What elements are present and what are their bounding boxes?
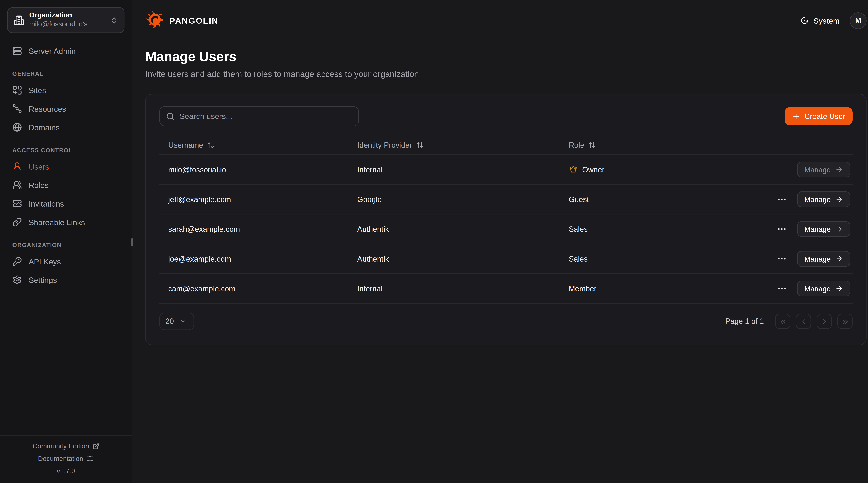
sidebar-item-label: Resources bbox=[29, 104, 66, 113]
users-table: UsernameIdentity ProviderRole milo@fosso… bbox=[159, 135, 852, 304]
last-page-button[interactable] bbox=[837, 314, 852, 329]
actions-cell: Manage bbox=[749, 192, 852, 207]
manage-label: Manage bbox=[804, 225, 831, 233]
column-label: Identity Provider bbox=[357, 141, 412, 149]
sidebar-item-sites[interactable]: Sites bbox=[7, 81, 124, 100]
username-cell: cam@example.com bbox=[159, 284, 348, 292]
globe-icon bbox=[12, 122, 22, 132]
community-edition-link[interactable]: Community Edition bbox=[33, 442, 99, 450]
sidebar-item-label: Settings bbox=[29, 275, 57, 284]
table-header-row: UsernameIdentity ProviderRole bbox=[159, 135, 852, 155]
org-selector-label: Organization bbox=[29, 11, 105, 20]
role-cell: Guest bbox=[560, 195, 749, 203]
manage-button[interactable]: Manage bbox=[797, 221, 850, 237]
brand[interactable]: PANGOLIN bbox=[145, 10, 219, 31]
actions-cell: Manage bbox=[749, 251, 852, 266]
pagination-buttons bbox=[775, 314, 852, 329]
chevron-down-icon bbox=[180, 318, 187, 325]
topbar-right: System M bbox=[801, 12, 867, 29]
users-round-icon bbox=[12, 180, 22, 190]
search-icon bbox=[166, 112, 174, 120]
documentation-link[interactable]: Documentation bbox=[38, 455, 94, 462]
identity-provider-cell: Authentik bbox=[348, 225, 560, 233]
sidebar-item-label: Invitations bbox=[29, 199, 64, 208]
sidebar-item-api-keys[interactable]: API Keys bbox=[7, 252, 124, 271]
link-icon bbox=[12, 217, 22, 227]
manage-label: Manage bbox=[804, 255, 831, 263]
arrow-up-down-icon bbox=[416, 141, 423, 148]
theme-toggle[interactable]: System bbox=[801, 16, 840, 25]
identity-provider-cell: Authentik bbox=[348, 255, 560, 263]
users-toolbar: Create User bbox=[159, 106, 852, 126]
sidebar-footer: Community Edition Documentation v1.7.0 bbox=[0, 435, 132, 483]
sidebar-item-invitations[interactable]: Invitations bbox=[7, 194, 124, 213]
moon-icon bbox=[801, 16, 809, 25]
next-page-button[interactable] bbox=[817, 314, 832, 329]
arrow-right-icon bbox=[835, 195, 843, 203]
arrow-up-down-icon bbox=[588, 141, 595, 148]
chevron-left-icon bbox=[800, 317, 807, 325]
key-icon bbox=[12, 257, 22, 266]
waypoints-icon bbox=[12, 104, 22, 113]
column-header-role[interactable]: Role bbox=[560, 141, 749, 149]
documentation-label: Documentation bbox=[38, 455, 83, 462]
sidebar-item-roles[interactable]: Roles bbox=[7, 176, 124, 194]
arrow-right-icon bbox=[835, 285, 843, 292]
actions-cell: Manage bbox=[749, 221, 852, 237]
arrow-right-icon bbox=[835, 255, 843, 263]
theme-toggle-label: System bbox=[813, 16, 840, 25]
manage-button[interactable]: Manage bbox=[797, 162, 850, 177]
sidebar-item-resources[interactable]: Resources bbox=[7, 100, 124, 118]
create-user-label: Create User bbox=[804, 112, 845, 120]
combine-icon bbox=[12, 85, 22, 95]
row-menu-button[interactable] bbox=[775, 251, 789, 266]
avatar[interactable]: M bbox=[850, 12, 867, 29]
actions-cell: Manage bbox=[749, 281, 852, 296]
users-card: Create User UsernameIdentity ProviderRol… bbox=[145, 94, 867, 345]
sidebar-item-settings[interactable]: Settings bbox=[7, 271, 124, 289]
search-input[interactable] bbox=[180, 112, 352, 121]
role-label: Owner bbox=[582, 165, 604, 174]
table-body: milo@fossorial.ioInternalOwnerManagejeff… bbox=[159, 155, 852, 304]
sidebar-item-domains[interactable]: Domains bbox=[7, 118, 124, 136]
manage-button[interactable]: Manage bbox=[797, 251, 850, 266]
sidebar-item-shareable-links[interactable]: Shareable Links bbox=[7, 213, 124, 231]
role-label: Member bbox=[569, 284, 596, 292]
brand-name: PANGOLIN bbox=[169, 16, 219, 25]
manage-label: Manage bbox=[804, 195, 831, 203]
page-title: Manage Users bbox=[145, 49, 867, 64]
page-size-value: 20 bbox=[165, 317, 174, 325]
column-header-identity-provider[interactable]: Identity Provider bbox=[348, 141, 560, 149]
role-cell: Owner bbox=[560, 165, 749, 174]
crown-icon bbox=[569, 165, 578, 174]
manage-button[interactable]: Manage bbox=[797, 281, 850, 296]
page-head: Manage Users Invite users and add them t… bbox=[145, 49, 867, 79]
server-icon bbox=[12, 46, 22, 56]
org-selector-texts: Organization milo@fossorial.io's ... bbox=[29, 11, 105, 29]
role-label: Guest bbox=[569, 195, 589, 203]
sidebar-item-server-admin[interactable]: Server Admin bbox=[7, 41, 124, 60]
row-menu-button[interactable] bbox=[775, 222, 789, 236]
org-selector[interactable]: Organization milo@fossorial.io's ... bbox=[7, 7, 124, 33]
page-size-select[interactable]: 20 bbox=[159, 313, 194, 330]
sidebar-resize-handle[interactable] bbox=[131, 238, 133, 246]
arrow-right-icon bbox=[835, 225, 843, 233]
column-header-username[interactable]: Username bbox=[159, 141, 348, 149]
username-cell: milo@fossorial.io bbox=[159, 165, 348, 174]
role-cell: Member bbox=[560, 284, 749, 292]
pangolin-logo-icon bbox=[145, 10, 164, 31]
row-menu-button[interactable] bbox=[775, 192, 789, 206]
create-user-button[interactable]: Create User bbox=[785, 107, 852, 125]
sidebar-section-access-control: ACCESS CONTROL bbox=[12, 146, 124, 153]
actions-cell: Manage bbox=[749, 162, 852, 177]
prev-page-button[interactable] bbox=[796, 314, 811, 329]
sidebar-item-label: Roles bbox=[29, 180, 49, 190]
column-label: Role bbox=[569, 141, 584, 149]
row-menu-button[interactable] bbox=[775, 281, 789, 296]
identity-provider-cell: Internal bbox=[348, 165, 560, 174]
sidebar-section-general: GENERAL bbox=[12, 70, 124, 77]
first-page-button[interactable] bbox=[775, 314, 790, 329]
gear-icon bbox=[12, 275, 22, 285]
sidebar-item-users[interactable]: Users bbox=[7, 157, 124, 176]
manage-button[interactable]: Manage bbox=[797, 192, 850, 207]
